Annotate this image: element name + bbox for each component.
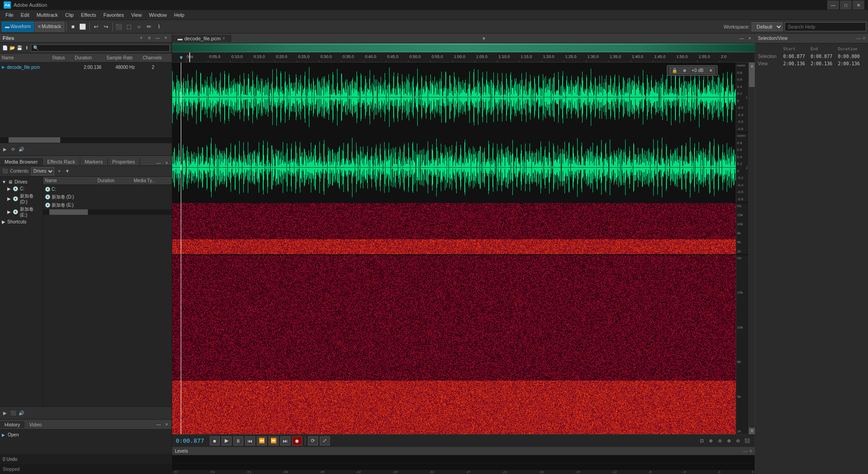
ctx-btn-lock[interactable]: 🔒 [670,67,680,74]
tab-effects-rack[interactable]: Effects Rack [43,158,80,165]
marquee-icon[interactable]: ⬚ [125,22,134,31]
search-help-input[interactable] [785,22,866,31]
scroll-up-btn[interactable]: ▲ [749,63,755,69]
lasso-icon[interactable]: ○ [135,22,144,31]
zoom-out-amp-btn[interactable]: ⊖ [734,437,742,445]
open-icon[interactable]: ⬜ [78,22,87,31]
channel2-waveform[interactable] [172,133,736,203]
zoom-fit-btn[interactable]: ⊡ [698,437,706,445]
media-file-d[interactable]: 💿 新加卷 (D:) [43,193,172,201]
maximize-button[interactable]: □ [840,0,852,10]
history-close[interactable]: × [164,422,170,427]
file-item[interactable]: ▶ decode_file.pcm 2:00.136 48000 Hz 2 [0,63,172,72]
files-minimize[interactable]: — [154,35,161,40]
tab-markers[interactable]: Markers [80,158,108,165]
history-minimize[interactable]: — [155,422,162,427]
playhead-marker[interactable]: ▼ [177,53,186,62]
media-contents-select[interactable]: Drives [31,167,54,175]
workspace-select[interactable]: Default [752,22,783,31]
zoom-in-amp-btn[interactable]: ⊕ [725,437,733,445]
editor-tab-menu[interactable]: ▼ [478,36,490,41]
files-icon-1[interactable]: + [138,35,145,40]
stop-button[interactable]: ■ [210,436,220,445]
editor-tab-close-btn[interactable]: × [222,36,225,41]
files-loop-btn[interactable]: ⟳ [10,147,16,152]
tab-history[interactable]: History [0,421,24,428]
media-import-btn[interactable]: ⬛ [10,411,16,416]
sel-sel-end[interactable]: 0:00.877 [810,54,838,59]
forward-button[interactable]: ⏩ [269,436,279,445]
new-icon[interactable]: ■ [68,22,77,31]
multitrack-button[interactable]: ≡ Multitrack [35,22,64,32]
media-scroll-thumb[interactable] [49,209,88,215]
tab-properties[interactable]: Properties [108,158,140,165]
files-vol-btn[interactable]: 🔊 [18,147,24,152]
sel-sel-start[interactable]: 0:00.877 [783,54,810,59]
media-add-icon[interactable]: + [56,169,63,174]
spectrogram2[interactable] [172,255,736,434]
files-import[interactable]: ⬆ [24,45,30,50]
menu-effects[interactable]: Effects [77,11,100,19]
history-item-open[interactable]: ▶ Open [2,431,170,438]
sel-close[interactable]: × [863,36,865,41]
media-horizontal-scrollbar[interactable] [43,209,172,215]
media-panel-minimize[interactable]: — [155,160,162,165]
editor-tab-decode[interactable]: ▬ decode_file.pcm × [172,35,231,42]
to-end-button[interactable]: ⏭ [280,436,290,445]
tree-item-e[interactable]: ▶ 💿 新加卷 (E:) [0,205,43,218]
overview-bar[interactable] [172,44,755,53]
zoom-in-time-btn[interactable]: ⊕ [707,437,715,445]
files-open[interactable]: 📂 [9,45,15,50]
tab-video[interactable]: Video [24,421,46,428]
editor-panel-close[interactable]: × [747,36,753,41]
undo-icon[interactable]: ↩ [92,22,101,31]
channel1-waveform[interactable] [172,63,736,133]
spectrogram1[interactable] [172,203,736,255]
menu-help[interactable]: Help [170,11,188,19]
to-start-button[interactable]: ⏮ [245,436,255,445]
ctx-btn-zoom[interactable]: ⊕ [680,67,689,74]
pause-button[interactable]: ⏸ [233,436,243,445]
menu-window[interactable]: Window [145,11,170,19]
pencil-icon[interactable]: ✏ [145,22,154,31]
levels-minimize[interactable]: — [743,449,747,454]
media-file-e[interactable]: 💿 新加卷 (E:) [43,201,172,209]
brush-icon[interactable]: ⌇ [154,22,164,31]
redo-icon[interactable]: ↪ [101,22,111,31]
tree-item-drives[interactable]: ▼ 🖥 Drives [0,179,43,185]
waveform-button[interactable]: ▬ Waveform [2,22,34,32]
files-horizontal-scrollbar[interactable] [0,137,172,143]
play-button[interactable]: ▶ [222,436,231,445]
menu-clip[interactable]: Clip [62,11,77,19]
levels-close[interactable]: × [749,449,752,454]
files-scroll-thumb[interactable] [9,137,60,143]
vertical-scrollbar[interactable]: ▲ ▼ [748,63,755,434]
loop-button[interactable]: ⟳ [308,436,318,445]
scroll-down-btn[interactable]: ▼ [749,428,755,434]
files-new[interactable]: 📄 [2,45,8,50]
files-icon-2[interactable]: ≡ [146,35,153,40]
menu-multitrack[interactable]: Multitrack [33,11,62,19]
files-search-input[interactable] [31,44,170,52]
sel-minimize[interactable]: — [856,36,861,41]
select-icon[interactable]: ⬛ [115,22,124,31]
zoom-out-time-btn[interactable]: ⊖ [716,437,724,445]
close-button[interactable]: ✕ [853,0,864,10]
menu-edit[interactable]: Edit [17,11,33,19]
menu-favorites[interactable]: Favorites [100,11,127,19]
rewind-button[interactable]: ⏪ [257,436,267,445]
menu-view[interactable]: View [127,11,145,19]
files-play-btn[interactable]: ▶ [2,147,8,152]
minimize-button[interactable]: — [827,0,839,10]
tab-media-browser[interactable]: Media Browser [0,158,43,165]
tree-item-shortcuts[interactable]: ▶ Shortcuts [0,218,43,225]
skip-button[interactable]: ⤢ [320,436,330,445]
tree-item-d[interactable]: ▶ 💿 新加卷 (D:) [0,192,43,205]
media-play-btn[interactable]: ▶ [2,411,8,416]
files-save[interactable]: 💾 [16,45,23,50]
media-filter-icon[interactable]: ▼ [64,169,71,174]
record-button[interactable]: ⏺ [292,436,302,445]
media-nav-icon[interactable]: ⬛ [2,169,8,174]
tree-item-c[interactable]: ▶ 💿 C: [0,185,43,192]
editor-panel-minimize[interactable]: — [738,36,745,41]
